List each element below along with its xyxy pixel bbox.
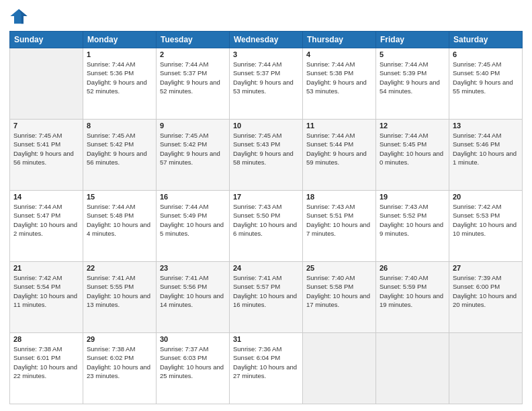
day-number: 5 [380,50,445,58]
day-info: Sunrise: 7:45 AMSunset: 5:43 PMDaylight:… [233,131,299,167]
day-cell: 4Sunrise: 7:44 AMSunset: 5:38 PMDaylight… [303,48,376,120]
day-cell: 6Sunrise: 7:45 AMSunset: 5:40 PMDaylight… [449,48,523,120]
week-row-1: 1Sunrise: 7:44 AMSunset: 5:36 PMDaylight… [10,48,523,120]
day-info: Sunrise: 7:38 AMSunset: 6:02 PMDaylight:… [87,345,152,380]
day-cell: 15Sunrise: 7:44 AMSunset: 5:48 PMDayligh… [83,191,157,262]
day-cell: 31Sunrise: 7:36 AMSunset: 6:04 PMDayligh… [230,333,303,404]
day-number: 27 [453,264,519,272]
page: SundayMondayTuesdayWednesdayThursdayFrid… [0,0,532,411]
day-number: 7 [13,122,79,130]
day-cell: 11Sunrise: 7:44 AMSunset: 5:44 PMDayligh… [303,120,376,191]
day-cell: 7Sunrise: 7:45 AMSunset: 5:41 PMDaylight… [10,120,83,191]
day-cell: 1Sunrise: 7:44 AMSunset: 5:36 PMDaylight… [83,48,157,120]
day-info: Sunrise: 7:44 AMSunset: 5:45 PMDaylight:… [380,131,445,167]
day-number: 1 [87,50,152,58]
day-number: 2 [160,50,226,58]
day-number: 8 [87,122,152,130]
day-number: 13 [453,122,519,130]
header-cell-wednesday: Wednesday [230,32,303,48]
day-number: 15 [87,193,152,201]
day-info: Sunrise: 7:41 AMSunset: 5:56 PMDaylight:… [160,273,226,309]
day-info: Sunrise: 7:44 AMSunset: 5:37 PMDaylight:… [233,60,299,95]
day-number: 9 [160,122,226,130]
day-info: Sunrise: 7:44 AMSunset: 5:46 PMDaylight:… [453,131,519,167]
day-info: Sunrise: 7:44 AMSunset: 5:36 PMDaylight:… [87,60,152,95]
day-number: 17 [233,193,299,201]
header-cell-tuesday: Tuesday [157,32,230,48]
day-info: Sunrise: 7:45 AMSunset: 5:42 PMDaylight:… [160,131,226,167]
day-cell: 19Sunrise: 7:43 AMSunset: 5:52 PMDayligh… [376,191,449,262]
day-cell: 20Sunrise: 7:42 AMSunset: 5:53 PMDayligh… [449,191,523,262]
day-number: 21 [13,264,79,272]
day-info: Sunrise: 7:45 AMSunset: 5:41 PMDaylight:… [13,131,79,167]
day-number: 30 [160,335,226,343]
day-number: 25 [306,264,372,272]
day-info: Sunrise: 7:41 AMSunset: 5:57 PMDaylight:… [233,273,299,309]
day-cell: 24Sunrise: 7:41 AMSunset: 5:57 PMDayligh… [230,262,303,333]
day-info: Sunrise: 7:40 AMSunset: 5:58 PMDaylight:… [306,273,372,309]
day-cell: 29Sunrise: 7:38 AMSunset: 6:02 PMDayligh… [83,333,157,404]
day-info: Sunrise: 7:42 AMSunset: 5:53 PMDaylight:… [453,202,519,238]
day-number: 23 [160,264,226,272]
day-info: Sunrise: 7:44 AMSunset: 5:48 PMDaylight:… [87,202,152,238]
day-cell: 26Sunrise: 7:40 AMSunset: 5:59 PMDayligh… [376,262,449,333]
day-cell: 10Sunrise: 7:45 AMSunset: 5:43 PMDayligh… [230,120,303,191]
day-cell [10,48,83,120]
day-number: 16 [160,193,226,201]
day-cell: 18Sunrise: 7:43 AMSunset: 5:51 PMDayligh… [303,191,376,262]
day-number: 11 [306,122,372,130]
day-info: Sunrise: 7:44 AMSunset: 5:47 PMDaylight:… [13,202,79,238]
day-info: Sunrise: 7:43 AMSunset: 5:51 PMDaylight:… [306,202,372,238]
day-cell: 25Sunrise: 7:40 AMSunset: 5:58 PMDayligh… [303,262,376,333]
day-info: Sunrise: 7:44 AMSunset: 5:38 PMDaylight:… [306,60,372,95]
day-number: 24 [233,264,299,272]
day-info: Sunrise: 7:40 AMSunset: 5:59 PMDaylight:… [380,273,445,309]
day-info: Sunrise: 7:44 AMSunset: 5:44 PMDaylight:… [306,131,372,167]
day-cell: 14Sunrise: 7:44 AMSunset: 5:47 PMDayligh… [10,191,83,262]
header-cell-friday: Friday [376,32,449,48]
day-number: 18 [306,193,372,201]
day-info: Sunrise: 7:45 AMSunset: 5:40 PMDaylight:… [453,60,519,95]
day-cell [449,333,523,404]
day-number: 4 [306,50,372,58]
day-number: 3 [233,50,299,58]
calendar-header: SundayMondayTuesdayWednesdayThursdayFrid… [10,32,523,48]
day-cell [376,333,449,404]
week-row-5: 28Sunrise: 7:38 AMSunset: 6:01 PMDayligh… [10,333,523,404]
day-number: 26 [380,264,445,272]
svg-marker-0 [10,9,27,24]
day-cell: 30Sunrise: 7:37 AMSunset: 6:03 PMDayligh… [157,333,230,404]
day-info: Sunrise: 7:43 AMSunset: 5:50 PMDaylight:… [233,202,299,238]
day-info: Sunrise: 7:39 AMSunset: 6:00 PMDaylight:… [453,273,519,309]
day-cell: 2Sunrise: 7:44 AMSunset: 5:37 PMDaylight… [157,48,230,120]
week-row-3: 14Sunrise: 7:44 AMSunset: 5:47 PMDayligh… [10,191,523,262]
day-cell [303,333,376,404]
header-cell-thursday: Thursday [303,32,376,48]
week-row-4: 21Sunrise: 7:42 AMSunset: 5:54 PMDayligh… [10,262,523,333]
day-number: 20 [453,193,519,201]
day-info: Sunrise: 7:44 AMSunset: 5:49 PMDaylight:… [160,202,226,238]
day-cell: 8Sunrise: 7:45 AMSunset: 5:42 PMDaylight… [83,120,157,191]
day-info: Sunrise: 7:45 AMSunset: 5:42 PMDaylight:… [87,131,152,167]
header [9,7,523,26]
day-cell: 12Sunrise: 7:44 AMSunset: 5:45 PMDayligh… [376,120,449,191]
week-row-2: 7Sunrise: 7:45 AMSunset: 5:41 PMDaylight… [10,120,523,191]
day-number: 31 [233,335,299,343]
day-cell: 21Sunrise: 7:42 AMSunset: 5:54 PMDayligh… [10,262,83,333]
day-info: Sunrise: 7:43 AMSunset: 5:52 PMDaylight:… [380,202,445,238]
day-number: 29 [87,335,152,343]
header-cell-sunday: Sunday [10,32,83,48]
day-info: Sunrise: 7:38 AMSunset: 6:01 PMDaylight:… [13,345,79,380]
day-number: 14 [13,193,79,201]
day-cell: 9Sunrise: 7:45 AMSunset: 5:42 PMDaylight… [157,120,230,191]
day-number: 10 [233,122,299,130]
day-cell: 5Sunrise: 7:44 AMSunset: 5:39 PMDaylight… [376,48,449,120]
day-cell: 27Sunrise: 7:39 AMSunset: 6:00 PMDayligh… [449,262,523,333]
header-row: SundayMondayTuesdayWednesdayThursdayFrid… [10,32,523,48]
day-cell: 16Sunrise: 7:44 AMSunset: 5:49 PMDayligh… [157,191,230,262]
day-cell: 17Sunrise: 7:43 AMSunset: 5:50 PMDayligh… [230,191,303,262]
day-cell: 22Sunrise: 7:41 AMSunset: 5:55 PMDayligh… [83,262,157,333]
calendar-table: SundayMondayTuesdayWednesdayThursdayFrid… [9,31,523,404]
logo [9,7,31,26]
day-cell: 23Sunrise: 7:41 AMSunset: 5:56 PMDayligh… [157,262,230,333]
